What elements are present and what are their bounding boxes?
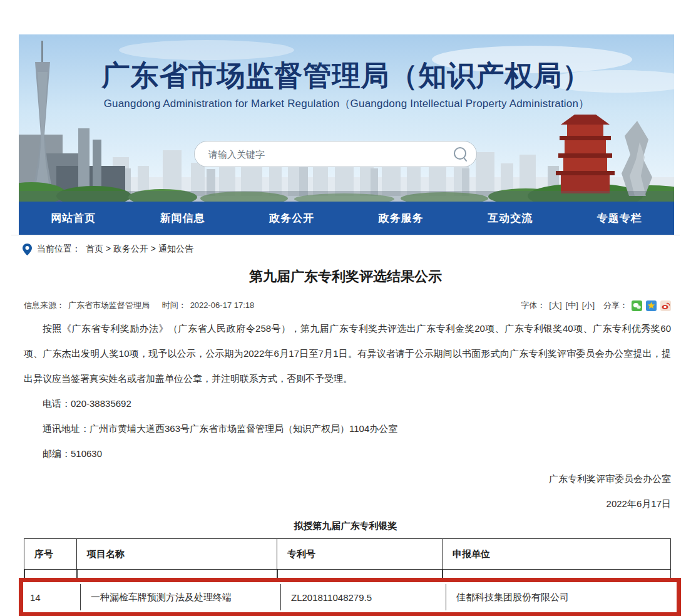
site-subtitle-en: Guangdong Administration for Market Regu…: [19, 96, 674, 111]
share-weibo-icon[interactable]: [660, 300, 671, 311]
font-size-small-button[interactable]: [小]: [582, 300, 595, 311]
font-size-large-button[interactable]: [大]: [549, 300, 561, 311]
nav-item-interaction[interactable]: 互动交流: [488, 211, 533, 225]
nav-item-gov-service[interactable]: 政务服务: [379, 211, 424, 225]
table-title: 拟授第九届广东专利银奖: [0, 520, 691, 532]
row-cell-project-name: 一种漏检车牌预测方法及处理终端: [81, 584, 281, 610]
meta-tools: 字体： [大] [中] [小] 分享：: [521, 300, 671, 311]
nav-item-home[interactable]: 网站首页: [51, 211, 96, 225]
time-label: 时间：: [162, 300, 187, 310]
site-title: 广东省市场监督管理局（知识产权局）: [19, 57, 674, 95]
source-value: 广东省市场监督管理局: [68, 300, 150, 310]
main-nav: 网站首页 新闻信息 政务公开 政务服务 互动交流 专题专栏: [19, 202, 674, 235]
share-wechat-icon[interactable]: [632, 300, 642, 311]
article-paragraph: 按照《广东省专利奖励办法》（广东省人民政府令258号），第九届广东专利奖共评选出…: [24, 316, 671, 391]
highlighted-row: 14 一种漏检车牌预测方法及处理终端 ZL201811048279.5 佳都科技…: [24, 584, 675, 610]
row-cell-index: 14: [24, 584, 81, 610]
font-size-medium-button[interactable]: [中]: [566, 300, 578, 311]
share-qzone-icon[interactable]: [646, 300, 657, 311]
breadcrumb-label: 当前位置：: [37, 244, 81, 255]
nav-item-topics[interactable]: 专题专栏: [597, 211, 642, 225]
phone-line: 电话：020-38835692: [24, 391, 671, 416]
time-value: 2022-06-17 17:18: [190, 300, 255, 310]
search-bar: [194, 141, 477, 167]
table-header-row: 序号 项目名称 专利号 申报单位: [24, 538, 671, 570]
search-input[interactable]: [207, 148, 451, 160]
red-highlight-box: 14 一种漏检车牌预测方法及处理终端 ZL201811048279.5 佳都科技…: [19, 578, 681, 616]
source-label: 信息来源：: [24, 300, 64, 310]
article-body: 按照《广东省专利奖励办法》（广东省人民政府令258号），第九届广东专利奖共评选出…: [24, 316, 671, 516]
breadcrumb-path[interactable]: 首页 > 政务公开 > 通知公告: [86, 244, 193, 255]
search-button[interactable]: [451, 145, 470, 163]
nav-item-gov-open[interactable]: 政务公开: [269, 211, 314, 225]
font-size-label: 字体：: [521, 300, 545, 311]
row-cell-patent-no: ZL201811048279.5: [281, 584, 446, 610]
article-meta: 信息来源：广东省市场监督管理局 时间：2022-06-17 17:18 字体： …: [24, 300, 671, 311]
header-cell-patent-no: 专利号: [277, 539, 443, 569]
header-cell-applicant: 申报单位: [443, 539, 670, 569]
site-banner: 广东省市场监督管理局（知识产权局） Guangdong Administrati…: [19, 34, 674, 202]
share-label: 分享：: [603, 300, 628, 311]
header-cell-index: 序号: [24, 539, 77, 569]
meta-source-time: 信息来源：广东省市场监督管理局 时间：2022-06-17 17:18: [24, 300, 258, 311]
address-line: 通讯地址：广州市黄埔大道西363号广东省市场监督管理局（知识产权局）1104办公…: [24, 416, 671, 441]
signature-date: 2022年6月17日: [24, 491, 671, 516]
postcode-line: 邮编：510630: [24, 441, 671, 466]
header-cell-project-name: 项目名称: [77, 539, 277, 569]
nav-item-news[interactable]: 新闻信息: [160, 211, 205, 225]
award-table: 序号 项目名称 专利号 申报单位 14 一种漏检车牌预测方法及处理终端 ZL20…: [24, 538, 671, 616]
signature-office: 广东专利奖评审委员会办公室: [24, 466, 671, 491]
page-title: 第九届广东专利奖评选结果公示: [0, 267, 691, 286]
table-gap-gridlines: [24, 570, 671, 578]
search-icon: [453, 146, 469, 162]
location-pin-icon: [23, 244, 32, 255]
row-cell-applicant: 佳都科技集团股份有限公司: [446, 584, 675, 610]
divider: [11, 235, 680, 235]
breadcrumb: 当前位置： 首页 > 政务公开 > 通知公告: [23, 242, 691, 256]
